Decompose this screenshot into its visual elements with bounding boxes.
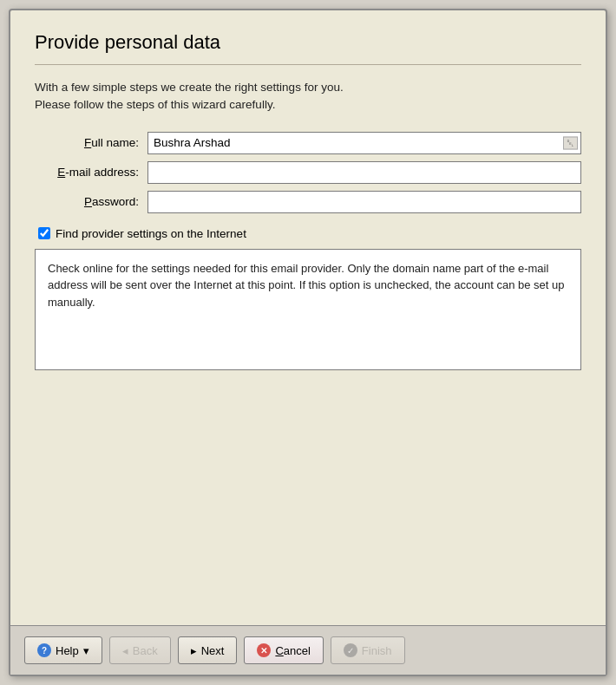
main-dialog: Provide personal data With a few simple … <box>9 9 607 676</box>
next-arrow-icon: ▸ <box>191 644 197 657</box>
password-label: Password: <box>35 195 147 208</box>
cancel-label: Cancel <box>275 644 310 657</box>
password-row: Password: <box>35 191 581 213</box>
fullname-clear-button[interactable]: ␡ <box>563 136 578 149</box>
find-provider-row: Find provider settings on the Internet <box>38 227 581 240</box>
finish-label: Finish <box>362 644 392 657</box>
help-button[interactable]: ? Help ▾ <box>24 636 102 664</box>
help-label: Help <box>56 644 79 657</box>
back-arrow-icon: ◂ <box>122 644 128 657</box>
next-button[interactable]: ▸ Next <box>178 636 238 664</box>
fullname-input[interactable] <box>147 132 581 154</box>
fullname-input-wrapper: ␡ <box>147 132 581 154</box>
help-dropdown-icon: ▾ <box>83 644 89 657</box>
email-row: E-mail address: <box>35 161 581 184</box>
cancel-button[interactable]: ✕ Cancel <box>244 636 323 664</box>
email-label: E-mail address: <box>35 166 147 179</box>
password-input-wrapper <box>147 191 581 213</box>
finish-button[interactable]: ✓ Finish <box>331 636 405 664</box>
password-input[interactable] <box>147 191 581 213</box>
find-provider-label[interactable]: Find provider settings on the Internet <box>56 227 246 240</box>
back-label: Back <box>133 644 158 657</box>
info-box: Check online for the settings needed for… <box>35 249 581 370</box>
finish-icon: ✓ <box>344 643 357 657</box>
help-icon: ? <box>37 643 51 657</box>
form-area: Full name: ␡ E-mail address: Pas <box>35 132 581 213</box>
find-provider-checkbox[interactable] <box>38 227 50 239</box>
fullname-label: Full name: <box>35 136 147 149</box>
dialog-footer: ? Help ▾ ◂ Back ▸ Next ✕ Cancel ✓ Finish <box>10 625 606 675</box>
dialog-subtitle: With a few simple steps we create the ri… <box>35 79 581 114</box>
back-button[interactable]: ◂ Back <box>109 636 171 664</box>
fullname-row: Full name: ␡ <box>35 132 581 154</box>
email-input[interactable] <box>147 161 581 184</box>
dialog-content: Provide personal data With a few simple … <box>10 10 606 625</box>
email-input-wrapper <box>147 161 581 184</box>
cancel-icon: ✕ <box>257 643 271 657</box>
next-label: Next <box>201 644 225 657</box>
dialog-title: Provide personal data <box>35 31 581 65</box>
